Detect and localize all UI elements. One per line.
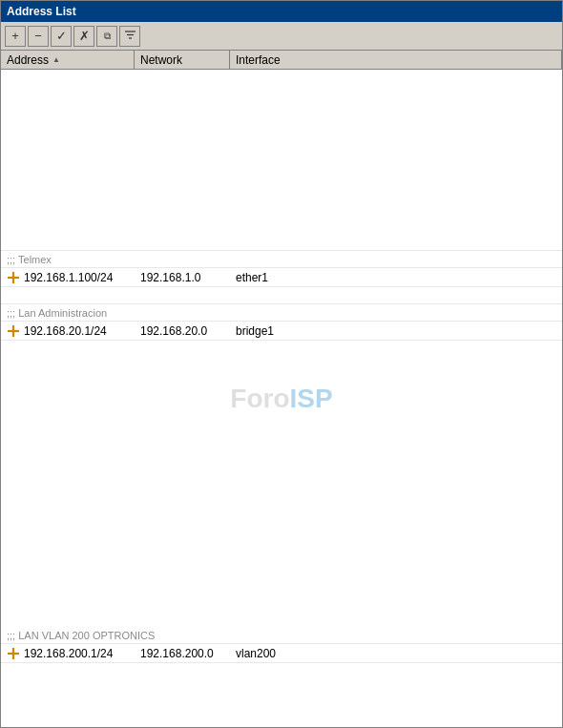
cell-interface-2: bridge1 — [230, 323, 562, 339]
col-network-label: Network — [140, 53, 182, 67]
table-row[interactable]: 192.168.20.1/24 192.168.20.0 bridge1 — [1, 322, 562, 341]
interface-value-2: bridge1 — [236, 324, 274, 338]
enable-button[interactable]: ✓ — [51, 26, 72, 47]
cell-network-1: 192.168.1.0 — [135, 270, 230, 285]
main-window: Address List + − ✓ ✗ ⧉ — [0, 0, 563, 728]
section-telmex-text: ;;; Telmex — [7, 254, 52, 265]
window-title: Address List — [7, 5, 76, 18]
add-icon: + — [11, 29, 19, 43]
x-icon: ✗ — [79, 29, 90, 43]
row-status-icon-3 — [7, 647, 20, 660]
empty-middle-space — [1, 341, 562, 627]
address-value-2: 192.168.20.1/24 — [24, 324, 107, 338]
filter-icon — [124, 29, 136, 44]
address-value-1: 192.168.1.100/24 — [24, 271, 113, 284]
empty-top-space — [1, 70, 562, 251]
title-bar: Address List — [1, 1, 562, 22]
section-lanadmin-text: ;;; Lan Administracion — [7, 307, 107, 319]
interface-value-3: vlan200 — [236, 647, 276, 660]
network-value-3: 192.168.200.0 — [140, 647, 214, 660]
cell-address-2: 192.168.20.1/24 — [1, 323, 135, 339]
row-status-icon-2 — [7, 324, 20, 338]
table-row[interactable]: 192.168.1.100/24 192.168.1.0 ether1 — [1, 268, 562, 287]
row-status-icon-1 — [7, 271, 20, 284]
filter-button[interactable] — [119, 26, 140, 47]
cell-network-3: 192.168.200.0 — [135, 646, 230, 661]
toolbar: + − ✓ ✗ ⧉ — [1, 22, 562, 51]
cell-interface-3: vlan200 — [230, 646, 562, 661]
cell-address-3: 192.168.200.1/24 — [1, 646, 135, 661]
copy-icon: ⧉ — [104, 31, 111, 42]
sort-arrow-icon: ▲ — [52, 55, 60, 64]
section-telmex-label: ;;; Telmex — [1, 251, 562, 268]
col-network[interactable]: Network — [135, 51, 230, 69]
address-value-3: 192.168.200.1/24 — [24, 647, 113, 660]
cell-interface-1: ether1 — [230, 270, 562, 285]
minus-icon: − — [34, 29, 42, 43]
interface-value-1: ether1 — [236, 271, 268, 284]
col-address-label: Address — [7, 53, 49, 67]
copy-button[interactable]: ⧉ — [96, 26, 117, 47]
check-icon: ✓ — [56, 29, 67, 43]
cell-network-2: 192.168.20.0 — [135, 323, 230, 339]
section-vlan-text: ;;; LAN VLAN 200 OPTRONICS — [7, 630, 155, 641]
network-value-1: 192.168.1.0 — [140, 271, 200, 284]
col-interface-label: Interface — [236, 53, 281, 67]
table-row[interactable]: 192.168.200.1/24 192.168.200.0 vlan200 — [1, 644, 562, 663]
gap-1 — [1, 287, 562, 304]
column-headers: Address ▲ Network Interface — [1, 51, 562, 70]
col-interface[interactable]: Interface — [230, 51, 562, 69]
col-address[interactable]: Address ▲ — [1, 51, 135, 69]
network-value-2: 192.168.20.0 — [140, 324, 207, 338]
add-button[interactable]: + — [5, 26, 26, 47]
section-lanadmin-label: ;;; Lan Administracion — [1, 304, 562, 322]
cell-address-1: 192.168.1.100/24 — [1, 270, 135, 285]
disable-button[interactable]: ✗ — [73, 26, 94, 47]
remove-button[interactable]: − — [28, 26, 49, 47]
section-vlan-label: ;;; LAN VLAN 200 OPTRONICS — [1, 627, 562, 644]
table-body[interactable]: ForoISP ;;; Telmex 192.168.1.100/24 192.… — [1, 70, 562, 727]
